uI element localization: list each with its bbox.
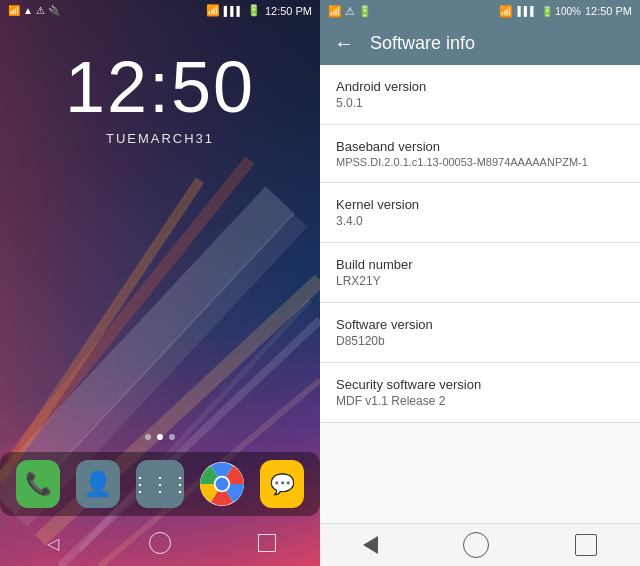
software-version-value: D85120b bbox=[336, 334, 624, 348]
time-display: 12:50 TUEMARCH31 bbox=[0, 51, 320, 146]
right-usb-icon: 🔋 bbox=[358, 5, 372, 18]
left-back-button[interactable]: ◁ bbox=[33, 528, 73, 558]
right-signal-icon: 📶 bbox=[328, 5, 342, 18]
software-version-item: Software version D85120b bbox=[320, 303, 640, 363]
messages-icon: 💬 bbox=[270, 472, 295, 496]
baseband-version-value: MPSS.DI.2.0.1.c1.13-00053-M8974AAAAANPZM… bbox=[336, 156, 624, 168]
signal-icon: 📶 bbox=[8, 5, 20, 16]
cellular-icon: ▌▌▌ bbox=[224, 6, 243, 16]
back-triangle-icon: ◁ bbox=[47, 534, 59, 553]
security-version-value: MDF v1.1 Release 2 bbox=[336, 394, 624, 408]
baseband-version-item: Baseband version MPSS.DI.2.0.1.c1.13-000… bbox=[320, 125, 640, 183]
right-panel: 📶 ⚠ 🔋 📶 ▌▌▌ 🔋 100% 12:50 PM ← Software i… bbox=[320, 0, 640, 566]
right-nav-bar bbox=[320, 523, 640, 566]
page-title: Software info bbox=[370, 33, 475, 54]
clock-date: TUEMARCH31 bbox=[0, 131, 320, 146]
alert-icon: ⚠ bbox=[36, 5, 45, 16]
wifi-signal-icon: 📶 bbox=[206, 4, 220, 17]
security-version-label: Security software version bbox=[336, 377, 624, 392]
battery-left-icon: 🔋 bbox=[247, 4, 261, 17]
chrome-icon bbox=[200, 460, 244, 508]
clock-time: 12:50 bbox=[0, 51, 320, 123]
home-nav-icon bbox=[463, 532, 489, 558]
right-battery-icon: 🔋 100% bbox=[541, 6, 581, 17]
back-button[interactable]: ← bbox=[334, 32, 354, 55]
apps-icon: ⋮⋮⋮ bbox=[130, 472, 190, 496]
page-dot-2 bbox=[157, 434, 163, 440]
right-back-button[interactable] bbox=[363, 536, 378, 554]
right-cellular-icon: ▌▌▌ bbox=[517, 6, 536, 16]
security-version-item: Security software version MDF v1.1 Relea… bbox=[320, 363, 640, 423]
right-status-left: 📶 ▌▌▌ 🔋 12:50 PM bbox=[206, 4, 312, 17]
left-panel: 📶 ▲ ⚠ 🔌 📶 ▌▌▌ 🔋 12:50 PM 12:50 TUEMARCH3… bbox=[0, 0, 320, 566]
android-version-item: Android version 5.0.1 bbox=[320, 65, 640, 125]
app-drawer[interactable]: ⋮⋮⋮ bbox=[136, 460, 184, 508]
kernel-version-label: Kernel version bbox=[336, 197, 624, 212]
software-version-label: Software version bbox=[336, 317, 624, 332]
left-recent-button[interactable] bbox=[247, 528, 287, 558]
kernel-version-item: Kernel version 3.4.0 bbox=[320, 183, 640, 243]
left-time: 12:50 PM bbox=[265, 5, 312, 17]
left-status-bar: 📶 ▲ ⚠ 🔌 📶 ▌▌▌ 🔋 12:50 PM bbox=[0, 0, 320, 21]
back-nav-icon bbox=[363, 536, 378, 554]
right-status-left-icons: 📶 ⚠ 🔋 bbox=[328, 5, 372, 18]
app-phone[interactable]: 📞 bbox=[16, 460, 60, 508]
right-recent-button[interactable] bbox=[575, 534, 597, 556]
kernel-version-value: 3.4.0 bbox=[336, 214, 624, 228]
right-time: 12:50 PM bbox=[585, 5, 632, 17]
software-info-list: Android version 5.0.1 Baseband version M… bbox=[320, 65, 640, 523]
build-number-label: Build number bbox=[336, 257, 624, 272]
right-alert-icon: ⚠ bbox=[345, 5, 355, 18]
app-dock: 📞 👤 ⋮⋮⋮ bbox=[0, 452, 320, 516]
wifi-icon: ▲ bbox=[23, 5, 33, 16]
left-home-button[interactable] bbox=[140, 528, 180, 558]
build-number-value: LRX21Y bbox=[336, 274, 624, 288]
right-status-bar: 📶 ⚠ 🔋 📶 ▌▌▌ 🔋 100% 12:50 PM bbox=[320, 0, 640, 22]
page-dot-3 bbox=[169, 434, 175, 440]
home-circle-icon bbox=[149, 532, 171, 554]
phone-icon: 📞 bbox=[25, 471, 52, 497]
right-wifi-icon: 📶 bbox=[499, 5, 513, 18]
recent-square-icon bbox=[258, 534, 276, 552]
baseband-version-label: Baseband version bbox=[336, 139, 624, 154]
usb-icon: 🔌 bbox=[48, 5, 60, 16]
right-home-button[interactable] bbox=[463, 532, 489, 558]
contacts-icon: 👤 bbox=[83, 470, 113, 498]
page-indicators bbox=[145, 434, 175, 440]
svg-point-11 bbox=[216, 478, 229, 491]
left-nav-bar: ◁ bbox=[0, 528, 320, 558]
app-contacts[interactable]: 👤 bbox=[76, 460, 120, 508]
bottom-dock: 📞 👤 ⋮⋮⋮ bbox=[0, 434, 320, 516]
android-version-value: 5.0.1 bbox=[336, 96, 624, 110]
app-messages[interactable]: 💬 bbox=[260, 460, 304, 508]
page-dot-1 bbox=[145, 434, 151, 440]
android-version-label: Android version bbox=[336, 79, 624, 94]
app-chrome[interactable] bbox=[200, 460, 244, 508]
build-number-item: Build number LRX21Y bbox=[320, 243, 640, 303]
right-header: ← Software info bbox=[320, 22, 640, 65]
left-status-icons: 📶 ▲ ⚠ 🔌 bbox=[8, 5, 60, 16]
right-status-right-icons: 📶 ▌▌▌ 🔋 100% 12:50 PM bbox=[499, 5, 632, 18]
recent-nav-icon bbox=[575, 534, 597, 556]
